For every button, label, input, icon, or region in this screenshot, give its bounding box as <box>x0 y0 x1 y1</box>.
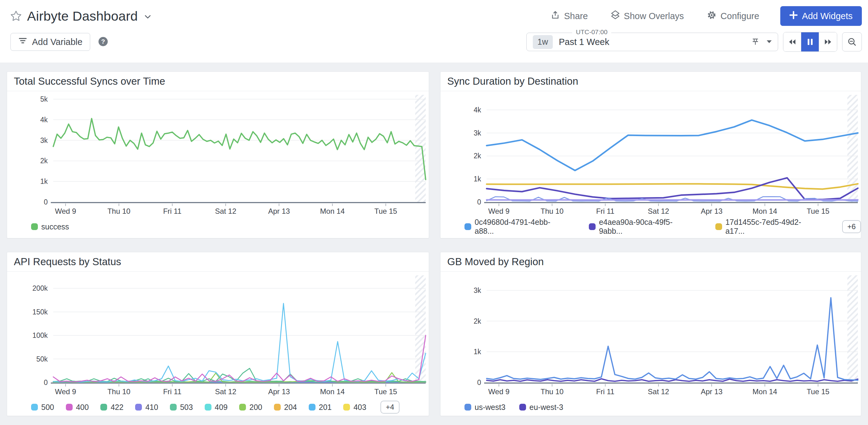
time-range-shortcode: 1w <box>533 35 553 49</box>
legend-color-chip <box>519 404 526 411</box>
svg-text:Wed 9: Wed 9 <box>55 207 76 215</box>
add-widgets-label: Add Widgets <box>802 11 852 21</box>
time-backward-button[interactable] <box>783 32 801 52</box>
zoom-out-button[interactable] <box>842 32 862 52</box>
svg-text:Wed 9: Wed 9 <box>55 388 76 396</box>
svg-text:Thu 10: Thu 10 <box>540 388 564 396</box>
svg-text:Thu 10: Thu 10 <box>540 207 564 215</box>
time-range-label: Past 1 Week <box>559 37 610 47</box>
svg-text:5k: 5k <box>40 95 48 103</box>
legend-item[interactable]: 400 <box>66 403 89 412</box>
svg-text:1k: 1k <box>474 175 482 183</box>
legend-label: 500 <box>41 403 54 412</box>
timezone-label: UTC-07:00 <box>572 28 611 36</box>
widget-sync-duration: Sync Duration by Destination 4k3k2k1k0We… <box>440 71 861 238</box>
legend-color-chip <box>464 223 471 230</box>
svg-text:150k: 150k <box>32 308 48 316</box>
legend-item[interactable]: us-west3 <box>464 403 505 412</box>
svg-text:Sat 12: Sat 12 <box>648 388 669 396</box>
svg-text:Sat 12: Sat 12 <box>648 207 669 215</box>
legend-label: 400 <box>76 403 89 412</box>
svg-text:1k: 1k <box>40 177 48 185</box>
legend-label: 204 <box>284 403 297 412</box>
svg-text:3k: 3k <box>40 136 48 145</box>
add-widgets-button[interactable]: Add Widgets <box>780 6 862 26</box>
legend-item[interactable]: eu-west-3 <box>519 403 563 412</box>
chart-legend: success <box>7 217 429 236</box>
legend-item[interactable]: e4aea90a-90ca-49f5-9abb... <box>589 218 694 236</box>
chart-canvas-sync-duration[interactable]: 4k3k2k1k0Wed 9Thu 10Fri 11Sat 12Apr 13Mo… <box>440 91 861 217</box>
show-overlays-label: Show Overlays <box>624 11 684 21</box>
legend-item[interactable]: 503 <box>170 403 193 412</box>
svg-text:Mon 14: Mon 14 <box>752 207 777 215</box>
share-button[interactable]: Share <box>549 10 589 22</box>
svg-text:2k: 2k <box>474 152 482 160</box>
legend-label: 403 <box>353 403 366 412</box>
legend-item[interactable]: 204 <box>274 403 297 412</box>
legend-item[interactable]: 403 <box>343 403 366 412</box>
svg-text:Thu 10: Thu 10 <box>107 388 130 396</box>
legend-color-chip <box>66 404 73 411</box>
legend-color-chip <box>170 404 177 411</box>
legend-label: 201 <box>319 403 332 412</box>
chart-canvas-total-syncs[interactable]: 5k4k3k2k1k0Wed 9Thu 10Fri 11Sat 12Apr 13… <box>7 91 429 217</box>
title-menu-chevron-down-icon[interactable] <box>145 14 151 20</box>
configure-button[interactable]: Configure <box>705 10 761 23</box>
svg-text:Wed 9: Wed 9 <box>488 207 509 215</box>
legend-item[interactable]: 500 <box>31 403 54 412</box>
svg-text:0: 0 <box>477 378 481 387</box>
svg-text:Sat 12: Sat 12 <box>215 207 236 215</box>
svg-text:200k: 200k <box>32 284 48 292</box>
legend-item[interactable]: 422 <box>100 403 123 412</box>
legend-item[interactable]: 201 <box>309 403 332 412</box>
legend-item[interactable]: 409 <box>205 403 228 412</box>
legend-label: us-west3 <box>475 403 505 412</box>
rewind-icon <box>788 38 796 45</box>
svg-text:Tue 15: Tue 15 <box>807 388 830 396</box>
svg-text:Apr 13: Apr 13 <box>701 388 723 396</box>
legend-more-button[interactable]: +4 <box>380 401 399 414</box>
widget-total-successful-syncs: Total Successful Syncs over Time 5k4k3k2… <box>7 71 429 238</box>
svg-text:2k: 2k <box>474 317 482 325</box>
legend-more-button[interactable]: +6 <box>842 220 861 233</box>
legend-color-chip <box>715 223 722 230</box>
legend-item[interactable]: 17d1455c-7ed5-49d2-a17... <box>715 218 818 236</box>
chart-canvas-gb-moved[interactable]: 3k2k1k0Wed 9Thu 10Fri 11Sat 12Apr 13Mon … <box>440 272 861 398</box>
svg-text:100k: 100k <box>32 331 48 339</box>
time-range-picker[interactable]: UTC-07:00 1w Past 1 Week <box>526 33 778 51</box>
favorite-star-button[interactable] <box>10 10 22 22</box>
widget-api-requests: API Requests by Status 200k150k100k50k0W… <box>7 252 429 416</box>
svg-text:2k: 2k <box>40 157 48 165</box>
pin-icon[interactable] <box>751 37 760 47</box>
widget-title: API Requests by Status <box>7 252 429 272</box>
svg-text:Thu 10: Thu 10 <box>107 207 130 215</box>
legend-label: success <box>41 222 69 231</box>
add-variable-label: Add Variable <box>32 37 83 47</box>
legend-label: 17d1455c-7ed5-49d2-a17... <box>725 218 818 236</box>
widget-gb-moved: GB Moved by Region 3k2k1k0Wed 9Thu 10Fri… <box>440 252 861 416</box>
share-label: Share <box>564 11 588 21</box>
legend-color-chip <box>274 404 281 411</box>
svg-text:Fri 11: Fri 11 <box>163 388 182 396</box>
time-range-caret-down-icon[interactable] <box>767 40 772 43</box>
legend-label: 422 <box>111 403 123 412</box>
dashboard-grid: Total Successful Syncs over Time 5k4k3k2… <box>7 71 861 425</box>
pause-button[interactable] <box>801 32 819 52</box>
svg-text:50k: 50k <box>36 355 48 363</box>
legend-item[interactable]: success <box>31 222 69 231</box>
show-overlays-button[interactable]: Show Overlays <box>609 10 686 23</box>
legend-item[interactable]: 200 <box>239 403 262 412</box>
chart-canvas-api-requests[interactable]: 200k150k100k50k0Wed 9Thu 10Fri 11Sat 12A… <box>7 272 429 398</box>
legend-color-chip <box>100 404 107 411</box>
time-forward-button[interactable] <box>819 32 837 52</box>
gear-icon <box>707 10 717 22</box>
page-title: Airbyte Dashboard <box>27 9 138 24</box>
legend-item[interactable]: 0c49680d-4791-4ebb-a88... <box>464 218 567 236</box>
add-variable-button[interactable]: Add Variable <box>10 33 90 51</box>
help-button[interactable]: ? <box>98 36 108 48</box>
star-icon <box>10 10 22 22</box>
svg-text:Tue 15: Tue 15 <box>374 388 397 396</box>
chart-legend: us-west3eu-west-3 <box>440 398 861 416</box>
legend-label: 409 <box>215 403 228 412</box>
legend-item[interactable]: 410 <box>135 403 158 412</box>
